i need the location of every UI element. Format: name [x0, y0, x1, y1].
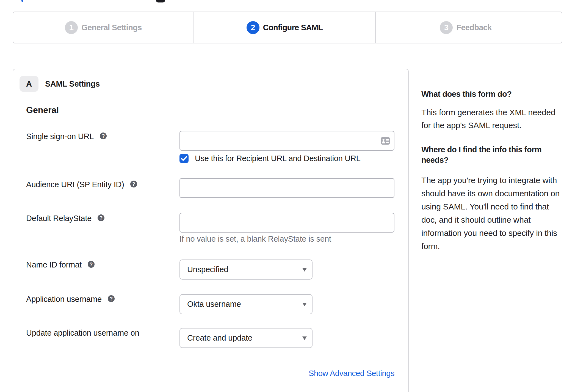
- form-row-update-username: Update application username on Create an…: [26, 328, 394, 348]
- section-a-badge: A: [20, 76, 38, 92]
- page-title-g-descender: [156, 0, 165, 2]
- application-username-select[interactable]: Okta username: [179, 294, 313, 314]
- step-3-circle: 3: [440, 21, 453, 34]
- relay-state-help-icon[interactable]: ?: [98, 214, 104, 221]
- recipient-url-checkbox-label[interactable]: Use this for Recipient URL and Destinati…: [195, 154, 360, 163]
- form-row-relay-state: Default RelayState? If no value is set, …: [26, 213, 394, 244]
- application-username-dropdown-arrow-icon: [302, 303, 307, 306]
- page-title-blue-descender: [21, 0, 23, 2]
- application-username-label-cell: Application username?: [26, 294, 179, 314]
- application-username-control: Okta username: [179, 294, 394, 314]
- page: 1 General Settings 2 Configure SAML 3 Fe…: [0, 0, 575, 392]
- recipient-url-checkbox-row: Use this for Recipient URL and Destinati…: [179, 154, 394, 163]
- application-username-help-icon[interactable]: ?: [108, 295, 115, 302]
- relay-state-label: Default RelayState: [26, 214, 92, 223]
- step-general-settings[interactable]: 1 General Settings: [13, 12, 193, 43]
- step-2-circle: 2: [247, 21, 259, 34]
- update-username-control: Create and update: [179, 328, 394, 348]
- advanced-settings-row: Show Advanced Settings: [179, 369, 394, 378]
- name-id-format-label: Name ID format: [26, 260, 82, 269]
- address-card-icon[interactable]: [381, 137, 390, 145]
- group-title-general: General: [26, 105, 59, 115]
- step-2-label: Configure SAML: [263, 23, 323, 32]
- application-username-value: Okta username: [187, 300, 241, 309]
- update-username-value: Create and update: [187, 333, 252, 343]
- audience-uri-help-icon[interactable]: ?: [130, 181, 137, 187]
- application-username-label: Application username: [26, 295, 102, 303]
- audience-uri-input[interactable]: [179, 178, 394, 198]
- recipient-url-checkbox[interactable]: [179, 154, 189, 163]
- sso-url-input-wrap: [179, 131, 394, 151]
- info-para-where: The app you're trying to integrate with …: [421, 174, 560, 253]
- relay-state-label-cell: Default RelayState?: [26, 213, 179, 244]
- info-heading-what: What does this form do?: [421, 89, 512, 99]
- name-id-format-value: Unspecified: [187, 265, 228, 274]
- step-feedback[interactable]: 3 Feedback: [375, 12, 562, 43]
- sso-url-label: Single sign-on URL: [26, 132, 94, 141]
- card-header: A SAML Settings: [20, 76, 100, 92]
- info-para-what: This form generates the XML needed for t…: [421, 106, 555, 132]
- name-id-format-select[interactable]: Unspecified: [179, 260, 313, 280]
- form-row-name-id-format: Name ID format? Unspecified: [26, 260, 394, 280]
- step-3-label: Feedback: [456, 23, 491, 32]
- name-id-format-help-icon[interactable]: ?: [88, 261, 95, 268]
- sso-url-input[interactable]: [179, 131, 394, 151]
- audience-uri-label-cell: Audience URI (SP Entity ID)?: [26, 178, 179, 198]
- name-id-format-dropdown-arrow-icon: [302, 268, 307, 272]
- step-1-circle: 1: [65, 21, 78, 34]
- info-heading-where: Where do I find the info this form needs…: [421, 144, 541, 165]
- update-username-label-cell: Update application username on: [26, 328, 179, 348]
- step-configure-saml[interactable]: 2 Configure SAML: [193, 12, 375, 43]
- audience-uri-control: [179, 178, 394, 198]
- relay-state-input[interactable]: [179, 213, 394, 233]
- show-advanced-settings-link[interactable]: Show Advanced Settings: [309, 369, 394, 378]
- form-row-audience-uri: Audience URI (SP Entity ID)?: [26, 178, 394, 198]
- update-username-dropdown-arrow-icon: [302, 336, 307, 340]
- relay-state-hint: If no value is set, a blank RelayState i…: [179, 233, 394, 244]
- card-title: SAML Settings: [45, 79, 100, 89]
- sso-url-control: Use this for Recipient URL and Destinati…: [179, 131, 394, 163]
- update-username-select[interactable]: Create and update: [179, 328, 313, 348]
- name-id-format-label-cell: Name ID format?: [26, 260, 179, 280]
- wizard-stepper: 1 General Settings 2 Configure SAML 3 Fe…: [13, 12, 562, 43]
- form-row-sso-url: Single sign-on URL?: [26, 131, 394, 163]
- relay-state-control: If no value is set, a blank RelayState i…: [179, 213, 394, 244]
- sso-url-help-icon[interactable]: ?: [100, 132, 107, 139]
- saml-settings-card: A SAML Settings General Single sign-on U…: [13, 69, 409, 392]
- sso-url-label-cell: Single sign-on URL?: [26, 131, 179, 163]
- step-1-label: General Settings: [81, 23, 142, 32]
- checkmark-icon: [181, 156, 187, 161]
- audience-uri-label: Audience URI (SP Entity ID): [26, 180, 124, 189]
- form-row-application-username: Application username? Okta username: [26, 294, 394, 314]
- name-id-format-control: Unspecified: [179, 260, 394, 280]
- update-username-label: Update application username on: [26, 328, 139, 337]
